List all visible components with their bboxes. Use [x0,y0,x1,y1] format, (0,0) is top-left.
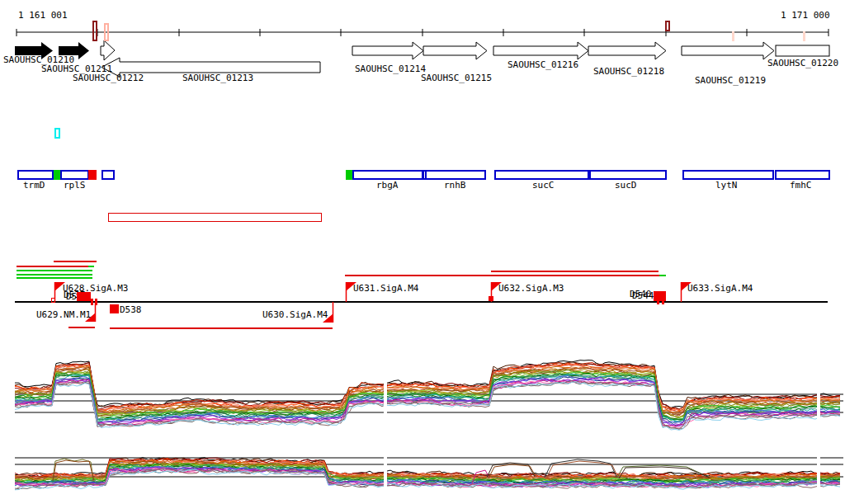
plot-gap-divider [817,356,820,437]
genome-browser-view: 1 161 001 1 171 000 [0,0,845,504]
coverage-plots[interactable] [0,0,845,504]
plot-gap-divider [817,450,820,497]
plot-gap-divider [384,450,387,497]
plot-gap-divider [384,356,387,437]
